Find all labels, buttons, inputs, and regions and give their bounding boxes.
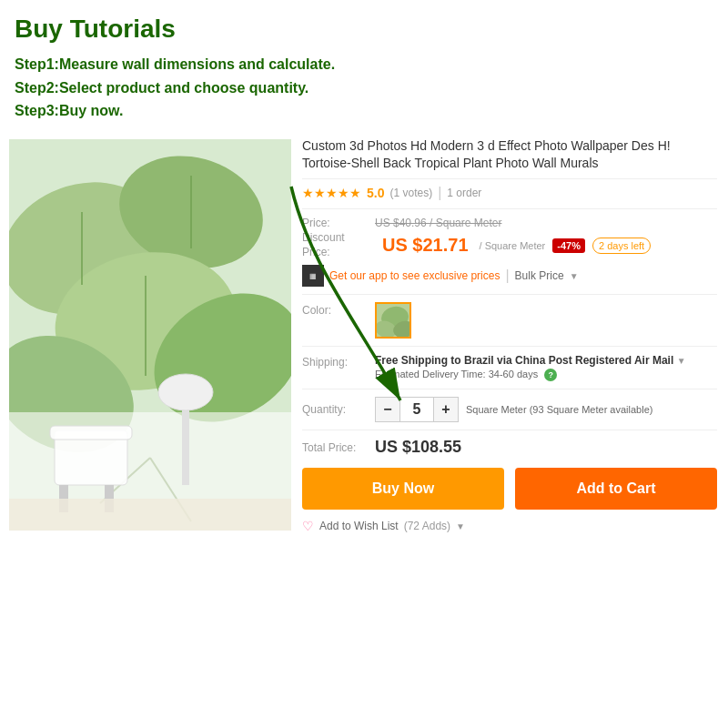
swatch-svg	[377, 304, 411, 339]
shipping-label: Shipping:	[302, 354, 375, 369]
quantity-row: Quantity: − 5 + Square Meter (93 Square …	[302, 397, 717, 430]
product-section: Custom 3d Photos Hd Modern 3 d Effect Ph…	[0, 130, 728, 541]
tutorial-step-3: Step3:Buy now.	[15, 99, 713, 123]
wishlist-dropdown-icon[interactable]: ▼	[456, 521, 465, 531]
bulk-price-link[interactable]: Bulk Price	[515, 269, 564, 282]
color-row: Color:	[302, 302, 717, 347]
product-image-container	[9, 139, 291, 531]
svg-rect-14	[50, 426, 132, 440]
help-icon[interactable]: ?	[544, 369, 557, 381]
total-price: US $108.55	[375, 438, 461, 457]
original-price-row: Price: US $40.96 / Square Meter	[302, 217, 717, 229]
bulk-dropdown-icon[interactable]: ▼	[570, 271, 579, 281]
rating-row: ★★★★★ 5.0 (1 votes) | 1 order	[302, 185, 717, 209]
days-left-badge: 2 days left	[592, 238, 651, 254]
price-label: Price:	[302, 217, 375, 229]
original-price: US $40.96 / Square Meter	[375, 217, 501, 229]
app-price-row: ▦ Get our app to see exclusive prices | …	[302, 265, 717, 295]
buy-now-button[interactable]: Buy Now	[302, 468, 504, 510]
shipping-info: Free Shipping to Brazil via China Post R…	[375, 354, 717, 381]
quantity-increase-button[interactable]: +	[433, 397, 459, 422]
svg-rect-19	[9, 499, 291, 531]
separator: |	[438, 185, 441, 201]
shipping-row: Shipping: Free Shipping to Brazil via Ch…	[302, 354, 717, 389]
color-swatch[interactable]	[375, 302, 411, 339]
wishlist-count: (72 Adds)	[404, 520, 450, 532]
rating-score: 5.0	[367, 186, 384, 200]
quantity-unit: Square Meter (93 Square Meter available)	[466, 404, 652, 415]
total-price-row: Total Price: US $108.55	[302, 438, 717, 457]
qr-icon: ▦	[302, 265, 324, 287]
tutorial-title: Buy Tutorials	[15, 15, 713, 44]
discount-price-row: DiscountPrice: US $21.71 / Square Meter …	[302, 231, 717, 259]
shipping-method-text: Free Shipping to Brazil via China Post R…	[375, 354, 673, 367]
delivery-time-text: Estimated Delivery Time: 34-60 days	[375, 369, 538, 379]
app-price-link[interactable]: Get our app to see exclusive prices	[329, 269, 500, 282]
heart-icon: ♡	[302, 519, 314, 533]
color-label: Color:	[302, 302, 375, 317]
shipping-method: Free Shipping to Brazil via China Post R…	[375, 354, 717, 367]
color-swatch-image	[377, 304, 410, 337]
product-details: Custom 3d Photos Hd Modern 3 d Effect Ph…	[291, 130, 728, 541]
discount-badge: -47%	[552, 238, 585, 253]
votes-count: (1 votes)	[389, 187, 432, 199]
action-buttons: Buy Now Add to Cart	[302, 468, 717, 510]
product-image-svg	[9, 139, 291, 531]
quantity-controls: − 5 +	[375, 397, 459, 422]
stars-icon: ★★★★★	[302, 186, 361, 200]
per-unit: / Square Meter	[480, 240, 546, 251]
wishlist-row[interactable]: ♡ Add to Wish List (72 Adds) ▼	[302, 519, 717, 533]
svg-point-18	[158, 374, 213, 410]
shipping-delivery: Estimated Delivery Time: 34-60 days ?	[375, 369, 717, 381]
discount-label: DiscountPrice:	[302, 231, 375, 259]
tutorial-section: Buy Tutorials Step1:Measure wall dimensi…	[0, 0, 728, 130]
wishlist-text[interactable]: Add to Wish List	[319, 520, 399, 532]
tutorial-step-2: Step2:Select product and choose quantity…	[15, 76, 713, 100]
tutorial-step-1: Step1:Measure wall dimensions and calcul…	[15, 53, 713, 76]
pipe-separator: |	[505, 268, 509, 284]
quantity-decrease-button[interactable]: −	[375, 397, 400, 422]
product-title: Custom 3d Photos Hd Modern 3 d Effect Ph…	[302, 137, 717, 179]
quantity-value: 5	[400, 397, 433, 422]
orders-count: 1 order	[447, 187, 481, 199]
discount-price: US $21.71	[382, 235, 469, 256]
shipping-dropdown-icon[interactable]: ▼	[677, 356, 686, 366]
quantity-label: Quantity:	[302, 403, 375, 416]
add-to-cart-button[interactable]: Add to Cart	[515, 468, 717, 510]
total-label: Total Price:	[302, 441, 375, 454]
product-image	[9, 139, 291, 531]
